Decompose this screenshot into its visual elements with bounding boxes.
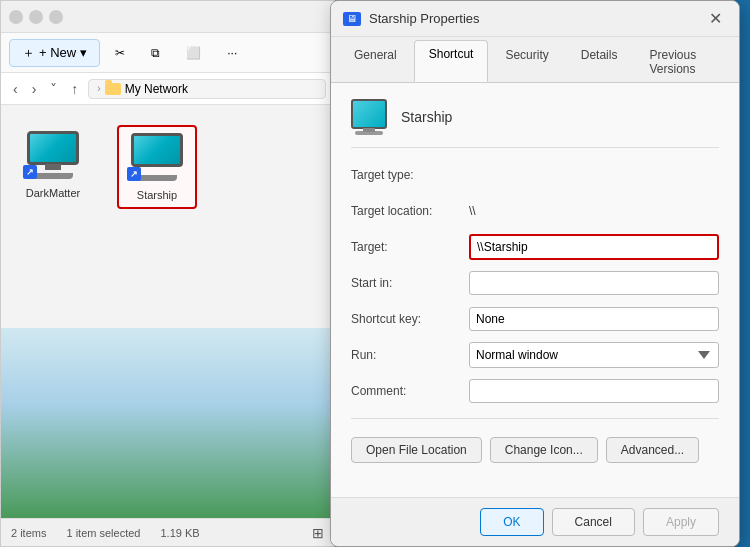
- back-button[interactable]: ‹: [9, 79, 22, 99]
- start-in-row: Start in:: [351, 270, 719, 296]
- target-row: Target:: [351, 234, 719, 260]
- address-bar: ‹ › ˅ ↑ › My Network: [1, 73, 334, 105]
- breadcrumb-text: My Network: [125, 82, 188, 96]
- copy-icon: ⧉: [151, 46, 160, 60]
- cut-button[interactable]: ✂: [104, 41, 136, 65]
- explorer-toolbar: ＋ + New ▾ ✂ ⧉ ⬜ ···: [1, 33, 334, 73]
- shortcut-key-input[interactable]: [469, 307, 719, 331]
- breadcrumb-separator: ›: [97, 83, 100, 94]
- darkmatter-monitor-screen: [27, 131, 79, 165]
- icon-name-row: Starship: [351, 99, 719, 148]
- desktop-area: [1, 328, 334, 519]
- file-explorer-window: ＋ + New ▾ ✂ ⧉ ⬜ ··· ‹ › ˅ ↑ › My Network: [0, 0, 335, 547]
- comment-label: Comment:: [351, 384, 461, 398]
- maximize-btn[interactable]: [29, 10, 43, 24]
- target-location-label: Target location:: [351, 204, 461, 218]
- dialog-title-text: Starship Properties: [369, 11, 695, 26]
- run-select[interactable]: Normal window Minimized Maximized: [469, 342, 719, 368]
- expand-button[interactable]: ˅: [46, 79, 61, 99]
- folder-icon: [105, 83, 121, 95]
- explorer-content: ↗ DarkMatter ↗ Starship: [1, 105, 334, 328]
- run-label: Run:: [351, 348, 461, 362]
- dialog-tabs: General Shortcut Security Details Previo…: [331, 37, 739, 83]
- target-location-value: \\: [469, 204, 476, 218]
- minimize-btn[interactable]: [9, 10, 23, 24]
- dialog-monitor-icon: 🖥: [347, 13, 357, 24]
- shortcut-key-row: Shortcut key:: [351, 306, 719, 332]
- tab-previous-versions[interactable]: Previous Versions: [634, 41, 731, 82]
- starship-label: Starship: [137, 189, 177, 201]
- target-label: Target:: [351, 240, 461, 254]
- start-in-label: Start in:: [351, 276, 461, 290]
- open-file-location-button[interactable]: Open File Location: [351, 437, 482, 463]
- target-type-row: Target type:: [351, 162, 719, 188]
- copy-button[interactable]: ⧉: [140, 41, 171, 65]
- darkmatter-shortcut-arrow: ↗: [23, 165, 37, 179]
- cancel-button[interactable]: Cancel: [552, 508, 635, 536]
- darkmatter-monitor-base: [33, 173, 73, 179]
- cut-icon: ✂: [115, 46, 125, 60]
- new-dropdown-arrow: ▾: [80, 45, 87, 60]
- dialog-title-bar: 🖥 Starship Properties ✕: [331, 1, 739, 37]
- dialog-body: Starship Target type: Target location: \…: [331, 83, 739, 497]
- tab-details[interactable]: Details: [566, 41, 633, 82]
- prop-computer-icon: [351, 99, 387, 129]
- tab-general[interactable]: General: [339, 41, 412, 82]
- darkmatter-label: DarkMatter: [26, 187, 80, 199]
- target-input-wrapper: [469, 234, 719, 260]
- tab-security[interactable]: Security: [490, 41, 563, 82]
- start-in-input[interactable]: [469, 271, 719, 295]
- shortcut-key-label: Shortcut key:: [351, 312, 461, 326]
- file-item-starship[interactable]: ↗ Starship: [117, 125, 197, 209]
- prop-icon-name: Starship: [401, 109, 452, 125]
- forward-button[interactable]: ›: [28, 79, 41, 99]
- dialog-close-button[interactable]: ✕: [703, 7, 727, 31]
- advanced-button[interactable]: Advanced...: [606, 437, 699, 463]
- comment-input[interactable]: [469, 379, 719, 403]
- starship-shortcut-arrow: ↗: [127, 167, 141, 181]
- selection-info: 1 item selected: [66, 527, 140, 539]
- new-label: + New: [39, 45, 76, 60]
- darkmatter-icon-container: ↗: [23, 131, 83, 183]
- new-icon: ＋: [22, 44, 35, 62]
- item-count: 2 items: [11, 527, 46, 539]
- ok-button[interactable]: OK: [480, 508, 543, 536]
- more-button[interactable]: ···: [216, 41, 248, 65]
- explorer-title-bar: [1, 1, 334, 33]
- more-icon: ···: [227, 46, 237, 60]
- paste-button[interactable]: ⬜: [175, 41, 212, 65]
- starship-monitor-screen: [131, 133, 183, 167]
- paste-icon: ⬜: [186, 46, 201, 60]
- dialog-title-icon: 🖥: [343, 12, 361, 26]
- view-icon[interactable]: ⊞: [312, 525, 324, 541]
- prop-icon-wrapper: [351, 99, 387, 135]
- dialog-footer: OK Cancel Apply: [331, 497, 739, 546]
- file-size: 1.19 KB: [160, 527, 199, 539]
- address-pill[interactable]: › My Network: [88, 79, 326, 99]
- starship-icon-container: ↗: [127, 133, 187, 185]
- run-row: Run: Normal window Minimized Maximized: [351, 342, 719, 368]
- close-explorer-btn[interactable]: [49, 10, 63, 24]
- action-buttons-row: Open File Location Change Icon... Advanc…: [351, 437, 719, 463]
- target-location-row: Target location: \\: [351, 198, 719, 224]
- up-button[interactable]: ↑: [67, 79, 82, 99]
- target-input[interactable]: [469, 234, 719, 260]
- explorer-status-bar: 2 items 1 item selected 1.19 KB ⊞: [1, 518, 334, 546]
- new-button[interactable]: ＋ + New ▾: [9, 39, 100, 67]
- divider: [351, 418, 719, 419]
- file-item-darkmatter[interactable]: ↗ DarkMatter: [13, 125, 93, 205]
- target-type-label: Target type:: [351, 168, 461, 182]
- change-icon-button[interactable]: Change Icon...: [490, 437, 598, 463]
- starship-monitor-base: [137, 175, 177, 181]
- tab-shortcut[interactable]: Shortcut: [414, 40, 489, 82]
- apply-button[interactable]: Apply: [643, 508, 719, 536]
- properties-dialog: 🖥 Starship Properties ✕ General Shortcut…: [330, 0, 740, 547]
- comment-row: Comment:: [351, 378, 719, 404]
